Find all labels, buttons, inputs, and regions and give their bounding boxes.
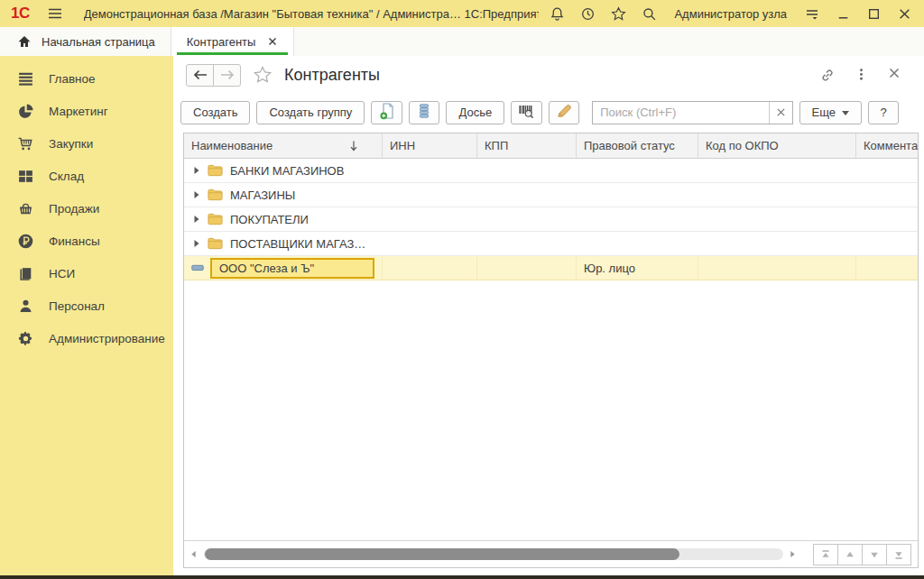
sort-descending-icon	[349, 140, 358, 152]
table-row-selected[interactable]: ООО "Слеза и Ъ" Юр. лицо	[184, 256, 918, 280]
column-header-okpo[interactable]: Код по ОКПО	[698, 133, 856, 158]
current-user-label: Администратор узла	[674, 7, 787, 21]
sidebar-item-label: Склад	[49, 170, 84, 183]
home-icon	[15, 32, 33, 51]
more-button-label: Еще	[812, 106, 836, 119]
forward-button[interactable]	[213, 64, 241, 87]
sidebar-item-personal[interactable]: Персонал	[0, 290, 173, 322]
expand-triangle-icon[interactable]	[193, 239, 200, 248]
column-header-comment[interactable]: Комментарий	[856, 133, 918, 158]
favorite-star-icon[interactable]	[253, 65, 273, 85]
horizontal-scrollbar-thumb[interactable]	[205, 548, 679, 560]
expand-triangle-icon[interactable]	[193, 166, 200, 175]
history-nav	[186, 64, 241, 87]
list-toolbar: Создать Создать группу Досье	[173, 94, 924, 133]
tab-kontragenty-label: Контрагенты	[187, 35, 256, 49]
titlebar-right: Администратор узла	[548, 5, 913, 23]
go-to-top-button[interactable]	[813, 544, 838, 565]
scroll-left-icon[interactable]	[190, 550, 198, 559]
barcode-search-button[interactable]	[511, 101, 542, 124]
column-header-inn[interactable]: ИНН	[383, 133, 477, 158]
sidebar-item-label: Персонал	[49, 299, 105, 313]
titlebar: 1С Демонстрационная база /Магазин "Бытов…	[0, 0, 924, 27]
pen-icon	[555, 102, 573, 123]
sidebar-item-marketing[interactable]: Маркетинг	[0, 95, 173, 127]
menu-icon	[17, 70, 34, 87]
table-row-group[interactable]: ПОКУПАТЕЛИ	[184, 207, 918, 232]
copy-element-button[interactable]	[371, 101, 402, 124]
sidebar-item-sklad[interactable]: Склад	[0, 160, 173, 192]
sidebar-item-prodazhi[interactable]: Продажи	[0, 192, 173, 225]
basket-icon	[17, 200, 34, 217]
sidebar-item-nsi[interactable]: НСИ	[0, 257, 173, 290]
sidebar-item-finansy[interactable]: Финансы	[0, 225, 173, 257]
expand-triangle-icon[interactable]	[193, 215, 200, 224]
clear-search-icon[interactable]	[769, 102, 792, 124]
app-window: 1С Демонстрационная база /Магазин "Бытов…	[0, 0, 924, 579]
help-button[interactable]: ?	[868, 101, 899, 124]
document-add-icon	[378, 102, 396, 123]
person-icon	[17, 298, 34, 315]
main-menu-icon[interactable]	[46, 5, 64, 23]
legal-status-cell: Юр. лицо	[577, 256, 698, 280]
legal-status-value: Юр. лицо	[584, 262, 635, 275]
back-button[interactable]	[186, 64, 214, 87]
tab-home[interactable]: Начальная страница	[0, 27, 171, 56]
history-icon[interactable]	[578, 5, 596, 23]
selected-cell[interactable]: ООО "Слеза и Ъ"	[210, 258, 374, 279]
column-header-name[interactable]: Наименование	[184, 133, 383, 158]
more-button[interactable]: Еще	[799, 101, 862, 124]
sidebar-item-label: Администрирование	[49, 332, 165, 345]
tab-kontragenty[interactable]: Контрагенты	[171, 27, 295, 56]
table-footer	[184, 540, 918, 567]
maximize-icon[interactable]	[864, 5, 882, 23]
tab-home-label: Начальная страница	[42, 35, 155, 49]
expand-triangle-icon[interactable]	[193, 190, 200, 199]
column-header-kpp[interactable]: КПП	[477, 133, 577, 158]
table-row-group[interactable]: ПОСТАВЩИКИ МАГАЗ…	[184, 232, 918, 256]
help-button-label: ?	[880, 106, 886, 119]
create-group-button[interactable]: Создать группу	[256, 101, 365, 124]
get-link-icon[interactable]	[819, 67, 836, 83]
column-header-legal-status[interactable]: Правовой статус	[577, 133, 698, 158]
scroll-right-icon[interactable]	[790, 550, 797, 559]
1c-logo: 1С	[11, 5, 30, 23]
go-down-button[interactable]	[862, 544, 887, 565]
search-input[interactable]	[593, 102, 768, 124]
group-name: МАГАЗИНЫ	[230, 188, 295, 202]
list-settings-button[interactable]	[409, 101, 440, 124]
create-button-label: Создать	[193, 106, 237, 119]
kpp-cell	[477, 256, 577, 280]
pie-chart-icon	[17, 103, 34, 120]
column-header-label: ИНН	[390, 139, 415, 152]
comment-cell	[856, 256, 918, 280]
vertical-nav-buttons	[814, 544, 911, 565]
table-row-group[interactable]: МАГАЗИНЫ	[184, 183, 918, 207]
search-icon[interactable]	[640, 5, 658, 23]
sidebar-item-zakupki[interactable]: Закупки	[0, 127, 173, 160]
close-window-icon[interactable]	[895, 5, 913, 23]
minimize-icon[interactable]	[834, 5, 852, 23]
edit-button[interactable]	[549, 101, 580, 124]
go-to-bottom-button[interactable]	[886, 544, 911, 565]
notifications-bell-icon[interactable]	[548, 5, 566, 23]
tab-close-icon[interactable]	[267, 36, 278, 47]
sidebar-item-administrirovanie[interactable]: Администрирование	[0, 322, 173, 354]
group-name: ПОСТАВЩИКИ МАГАЗ…	[230, 237, 365, 251]
table-header-row: Наименование ИНН КПП Правовой статус Код…	[184, 133, 918, 159]
column-header-label: Код по ОКПО	[706, 139, 779, 152]
table-row-group[interactable]: БАНКИ МАГАЗИНОВ	[184, 159, 918, 183]
go-up-button[interactable]	[837, 544, 863, 565]
horizontal-scrollbar[interactable]	[204, 548, 783, 560]
dossier-button[interactable]: Досье	[446, 101, 504, 124]
folder-icon	[208, 188, 223, 201]
create-button[interactable]: Создать	[180, 101, 250, 124]
sidebar-item-glavnoe[interactable]: Главное	[0, 62, 173, 95]
service-menu-icon[interactable]	[803, 5, 821, 23]
element-dash-icon	[191, 264, 205, 271]
group-name: БАНКИ МАГАЗИНОВ	[230, 164, 344, 178]
favorites-star-icon[interactable]	[609, 5, 627, 23]
close-form-icon[interactable]	[888, 67, 904, 83]
more-actions-icon[interactable]	[854, 67, 870, 83]
chevron-down-icon	[842, 111, 849, 115]
